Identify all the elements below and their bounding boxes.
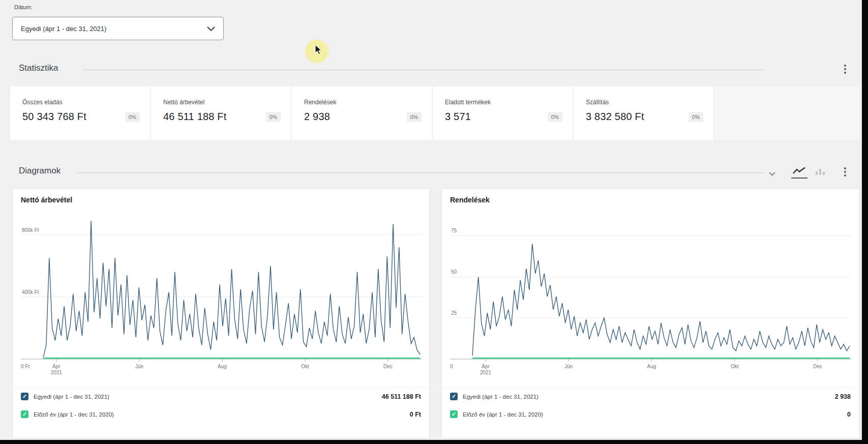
- legend-checkbox[interactable]: ✓: [450, 410, 458, 418]
- stat-card-label: Szállítás: [586, 99, 609, 106]
- stat-card-value: 50 343 768 Ft: [22, 111, 86, 123]
- svg-text:Jún: Jún: [135, 364, 143, 369]
- chart-legend: ✓Egyedi (ápr 1 - dec 31, 2021)2 938✓Előz…: [442, 387, 859, 423]
- legend-row: ✓Egyedi (ápr 1 - dec 31, 2021)2 938: [442, 388, 859, 405]
- charts-menu-button[interactable]: [840, 165, 850, 179]
- legend-series-total: 2 938: [835, 393, 851, 400]
- stat-card-net-revenue[interactable]: Nettó árbevétel 46 511 188 Ft 0%: [151, 86, 291, 140]
- charts-section-title: Diagramok: [19, 166, 61, 176]
- chart-title: Nettó árbevétel: [21, 196, 72, 204]
- stat-card-orders[interactable]: Rendelések 2 938 0%: [292, 86, 432, 140]
- svg-text:50: 50: [451, 269, 457, 275]
- screen-right-edge: [862, 0, 868, 444]
- net-revenue-line-chart[interactable]: 800k Ft400k FtÁpr2021JúnAugOktDec0 Ft: [13, 189, 429, 382]
- svg-text:Okt: Okt: [301, 364, 309, 369]
- svg-text:0 Ft: 0 Ft: [21, 364, 29, 369]
- stats-section-divider: [82, 70, 763, 70]
- legend-checkbox[interactable]: ✓: [21, 410, 28, 418]
- date-range-select[interactable]: Egyedi (ápr 1 - dec 31, 2021): [12, 17, 224, 40]
- svg-text:Aug: Aug: [218, 364, 227, 369]
- legend-row: ✓Egyedi (ápr 1 - dec 31, 2021)46 511 188…: [13, 388, 429, 405]
- chevron-down-icon: [207, 26, 215, 31]
- stats-section-title: Statisztika: [19, 63, 58, 73]
- svg-text:800k Ft: 800k Ft: [22, 227, 39, 233]
- svg-text:2021: 2021: [51, 370, 63, 375]
- svg-text:2021: 2021: [480, 370, 492, 375]
- interval-chevron-down-icon[interactable]: [769, 169, 775, 178]
- chart-legend: ✓Egyedi (ápr 1 - dec 31, 2021)46 511 188…: [13, 387, 429, 423]
- stat-card-badge: 0%: [548, 112, 562, 122]
- cursor-highlight: [305, 40, 328, 63]
- stat-card-badge: 0%: [125, 112, 140, 122]
- svg-text:Dec: Dec: [383, 364, 393, 369]
- bar-chart-toggle-icon[interactable]: [815, 167, 826, 177]
- stat-card-value: 46 511 188 Ft: [163, 111, 227, 123]
- orders-line-chart[interactable]: 755025Ápr2021JúnAugOktDec0: [442, 189, 859, 382]
- stat-card-label: Eladott termékek: [445, 99, 491, 106]
- charts-section-divider: [76, 172, 764, 173]
- chart-title: Rendelések: [450, 196, 490, 204]
- stat-card-label: Rendelések: [304, 99, 336, 106]
- stat-card-badge: 0%: [266, 112, 281, 122]
- legend-checkbox[interactable]: ✓: [21, 393, 28, 400]
- stat-card-value: 3 832 580 Ft: [586, 111, 644, 123]
- svg-text:75: 75: [451, 228, 457, 233]
- stat-card-value: 3 571: [445, 111, 471, 123]
- legend-series-label: Előző év (ápr 1 - dec 31, 2020): [34, 411, 114, 418]
- cursor-arrow-icon: [314, 45, 322, 55]
- stat-card-label: Nettó árbevétel: [163, 99, 204, 106]
- line-chart-toggle-icon[interactable]: [792, 166, 806, 177]
- stat-card-products-sold[interactable]: Eladott termékek 3 571 0%: [433, 86, 573, 140]
- date-filter-label: Dátum:: [14, 4, 32, 10]
- legend-series-total: 0: [847, 411, 851, 418]
- svg-text:Okt: Okt: [731, 364, 739, 369]
- svg-text:25: 25: [451, 310, 457, 316]
- legend-row: ✓Előző év (ápr 1 - dec 31, 2020)0 Ft: [13, 405, 429, 423]
- mouse-cursor: [305, 40, 328, 63]
- svg-text:Ápr: Ápr: [482, 363, 490, 369]
- svg-text:Dec: Dec: [813, 364, 822, 369]
- stat-card-badge: 0%: [689, 112, 703, 122]
- svg-text:Ápr: Ápr: [52, 363, 61, 369]
- stat-card-total-sales[interactable]: Összes eladás 50 343 768 Ft 0%: [10, 86, 150, 140]
- screen-bottom-edge: [0, 440, 868, 444]
- legend-row: ✓Előző év (ápr 1 - dec 31, 2020)0: [442, 405, 859, 423]
- stat-card-shipping[interactable]: Szállítás 3 832 580 Ft 0%: [574, 86, 713, 140]
- legend-series-label: Előző év (ápr 1 - dec 31, 2020): [463, 411, 543, 418]
- date-range-value: Egyedi (ápr 1 - dec 31, 2021): [21, 25, 106, 33]
- svg-text:Jún: Jún: [564, 364, 573, 369]
- legend-series-total: 0 Ft: [410, 411, 421, 418]
- orders-chart-panel: 755025Ápr2021JúnAugOktDec0 Rendelések ✓E…: [441, 188, 859, 438]
- legend-series-label: Egyedi (ápr 1 - dec 31, 2021): [463, 394, 538, 400]
- stats-menu-button[interactable]: [840, 63, 850, 76]
- analytics-dashboard: Dátum: Egyedi (ápr 1 - dec 31, 2021) Sta…: [0, 0, 868, 444]
- svg-text:0: 0: [450, 364, 453, 369]
- legend-series-total: 46 511 188 Ft: [382, 393, 421, 400]
- svg-text:400k Ft: 400k Ft: [22, 289, 39, 295]
- line-chart-active-indicator: [791, 177, 807, 179]
- net-revenue-chart-panel: 800k Ft400k FtÁpr2021JúnAugOktDec0 Ft Ne…: [12, 188, 430, 438]
- legend-checkbox[interactable]: ✓: [450, 393, 458, 400]
- stat-card-badge: 0%: [407, 112, 422, 122]
- stat-card-label: Összes eladás: [22, 99, 63, 106]
- legend-series-label: Egyedi (ápr 1 - dec 31, 2021): [34, 394, 109, 400]
- stat-card-empty-slot: [714, 86, 859, 140]
- stat-card-value: 2 938: [304, 111, 330, 123]
- svg-text:Aug: Aug: [647, 364, 656, 369]
